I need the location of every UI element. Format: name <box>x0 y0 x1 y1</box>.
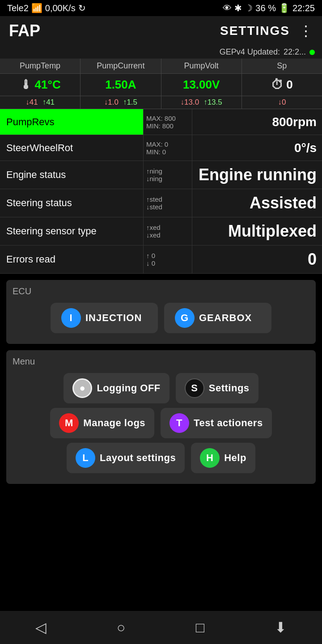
value-errors: 0 <box>192 246 322 273</box>
pumprevs-min: MIN: 800 <box>146 122 189 130</box>
back-button[interactable]: ◁ <box>35 619 47 636</box>
injection-label: INJECTION <box>85 312 142 324</box>
more-menu-icon[interactable]: ⋮ <box>299 22 313 39</box>
status-bar: Tele2 📶 0,00K/s ↻ 👁 ✱ ☽ 36 % 🔋 22:25 <box>0 0 322 16</box>
app-title: FAP <box>9 21 40 40</box>
value-steering-status: Assisted <box>192 189 322 217</box>
minmax-col-2: ↓13.0 ↑13.5 <box>161 96 242 109</box>
mm-up-1: ↑1.5 <box>123 98 137 107</box>
gearbox-button[interactable]: G GEARBOX <box>164 303 271 333</box>
help-button[interactable]: H Help <box>191 443 255 473</box>
mm-up-2: ↑13.5 <box>203 98 222 107</box>
settings-label: Settings <box>209 382 250 394</box>
pump-volt-value: 13.00V <box>183 78 220 92</box>
value-engine: Engine running <box>192 161 322 189</box>
speed-value: 0 <box>286 78 292 92</box>
logging-off-icon: ● <box>72 378 92 398</box>
middle-steering-status: ↑sted ↓sted <box>143 189 192 217</box>
steerst-dn: ↓sted <box>146 203 189 211</box>
home-button[interactable]: ○ <box>117 619 125 636</box>
steerwheel-max: MAX: 0 <box>146 140 189 148</box>
eye-icon: 👁 <box>223 3 232 13</box>
label-engine: Engine status <box>0 161 143 189</box>
status-left: Tele2 📶 0,00K/s ↻ <box>7 3 86 13</box>
sensortype-up: ↑xed <box>146 224 189 231</box>
manage-logs-icon: M <box>59 413 79 433</box>
app-bar-right: SETTINGS ⋮ <box>220 22 313 39</box>
test-actioners-button[interactable]: T Test actioners <box>161 408 272 438</box>
label-sensor-type: Steering sensor type <box>0 217 143 245</box>
sensor-col-3: Sp <box>242 59 322 73</box>
middle-engine: ↑ning ↓ning <box>143 161 192 189</box>
logging-off-label: Logging OFF <box>97 382 160 394</box>
middle-errors: ↑ 0 ↓ 0 <box>143 246 192 273</box>
errors-dn: ↓ 0 <box>146 259 189 267</box>
data-section: PumpRevs MAX: 800 MIN: 800 800rpm SteerW… <box>0 109 322 274</box>
settings-icon: S <box>185 378 204 398</box>
minmax-col-3: ↓0 <box>242 96 322 109</box>
settings-label: SETTINGS <box>220 24 290 38</box>
test-actioners-label: Test actioners <box>194 417 263 429</box>
logging-off-button[interactable]: ● Logging OFF <box>64 373 169 403</box>
clock: 22:25 <box>292 3 315 13</box>
extra-button[interactable]: ⬇ <box>275 619 287 636</box>
mm-down-1: ↓1.0 <box>104 98 119 107</box>
pump-temp-value: 41°C <box>35 78 61 92</box>
moon-icon: ☽ <box>245 3 253 13</box>
help-label: Help <box>224 452 246 464</box>
ecu-btn-row: I INJECTION G GEARBOX <box>13 303 309 333</box>
engine-up: ↑ning <box>146 167 189 175</box>
data-speed: 0,00K/s <box>45 3 76 13</box>
steerwheel-min: MIN: 0 <box>146 148 189 156</box>
data-row-steerwheel: SteerWheelRot MAX: 0 MIN: 0 0°/s <box>0 135 322 161</box>
status-right: 👁 ✱ ☽ 36 % 🔋 22:25 <box>223 3 315 13</box>
label-errors: Errors read <box>0 246 143 273</box>
value-steerwheel: 0°/s <box>192 135 322 161</box>
mm-up-0: ↑41 <box>42 98 55 107</box>
pump-current-value: 1.50A <box>105 78 136 92</box>
menu-row-2: L Layout settings H Help <box>13 443 309 473</box>
sensor-val-2: 13.00V <box>161 74 242 96</box>
recent-button[interactable]: □ <box>196 619 204 636</box>
sensor-values-row: 🌡 41°C 1.50A 13.00V ⏱ 0 <box>0 74 322 96</box>
bluetooth-icon: ✱ <box>234 3 242 13</box>
battery-icon: 🔋 <box>279 3 290 13</box>
menu-section-title: Menu <box>13 356 309 367</box>
gearbox-icon: G <box>175 308 195 328</box>
layout-settings-icon: L <box>76 448 95 468</box>
data-row-pumprevs: PumpRevs MAX: 800 MIN: 800 800rpm <box>0 109 322 135</box>
signal-icon: 📶 <box>31 3 42 13</box>
gep-time: 22:2... <box>284 47 306 57</box>
sensor-header-row: PumpTemp PumpCurrent PumpVolt Sp <box>0 59 322 74</box>
value-sensor-type: Multiplexed <box>192 217 322 245</box>
mm-down-0: ↓41 <box>25 98 38 107</box>
sensor-col-0: PumpTemp <box>0 59 80 73</box>
middle-sensor-type: ↑xed ↓xed <box>143 217 192 245</box>
sensor-val-1: 1.50A <box>80 74 161 96</box>
data-row-errors: Errors read ↑ 0 ↓ 0 0 <box>0 246 322 274</box>
speed-icon: ⏱ <box>271 77 284 92</box>
layout-settings-label: Layout settings <box>100 452 176 464</box>
layout-settings-button[interactable]: L Layout settings <box>67 443 185 473</box>
data-row-sensor-type: Steering sensor type ↑xed ↓xed Multiplex… <box>0 217 322 246</box>
ecu-section: ECU I INJECTION G GEARBOX <box>6 280 316 344</box>
manage-logs-button[interactable]: M Manage logs <box>50 408 154 438</box>
carrier-text: Tele2 <box>7 3 29 13</box>
gep-bar: GEPv4 Updated: 22:2... <box>0 46 322 59</box>
data-row-engine: Engine status ↑ning ↓ning Engine running <box>0 161 322 189</box>
gep-status-dot <box>309 50 315 55</box>
pump-temp-icon: 🌡 <box>20 77 32 92</box>
data-row-steering-status: Steering status ↑sted ↓sted Assisted <box>0 189 322 217</box>
settings-button[interactable]: S Settings <box>176 373 258 403</box>
sensor-col-2: PumpVolt <box>161 59 242 73</box>
sync-icon: ↻ <box>78 3 86 13</box>
injection-button[interactable]: I INJECTION <box>51 303 158 333</box>
sensor-col-1: PumpCurrent <box>80 59 161 73</box>
minmax-col-1: ↓1.0 ↑1.5 <box>80 96 161 109</box>
sensortype-dn: ↓xed <box>146 231 189 239</box>
mm-down-2: ↓13.0 <box>181 98 199 107</box>
pumprevs-max: MAX: 800 <box>146 114 189 122</box>
value-pumprevs: 800rpm <box>192 109 322 135</box>
middle-pumprevs: MAX: 800 MIN: 800 <box>143 109 192 135</box>
label-steering-status: Steering status <box>0 189 143 217</box>
